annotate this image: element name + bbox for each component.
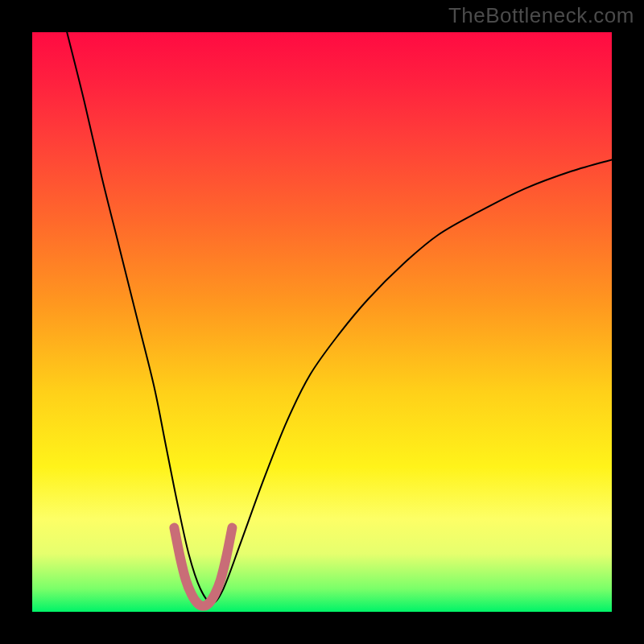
watermark-text: TheBottleneck.com	[448, 3, 634, 28]
chart-frame: TheBottleneck.com	[0, 0, 644, 644]
bottleneck-curve	[67, 32, 612, 603]
plot-area	[32, 32, 612, 612]
curves-svg	[32, 32, 612, 612]
